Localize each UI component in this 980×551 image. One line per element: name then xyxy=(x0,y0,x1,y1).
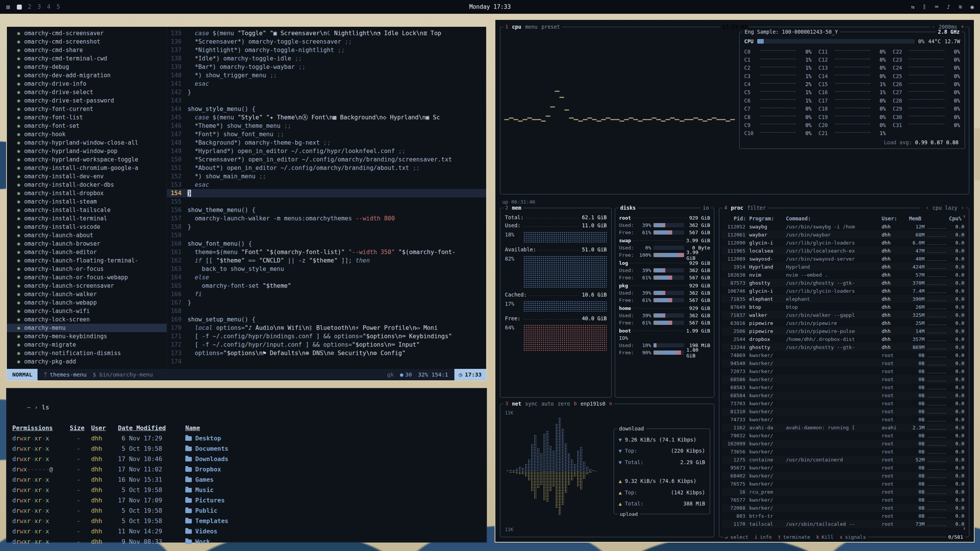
net-toggle-zero[interactable]: zero xyxy=(558,401,570,407)
workspace-5[interactable]: 5 xyxy=(57,3,60,10)
file-item[interactable]: ✱omarchy-install-vscode xyxy=(7,223,167,231)
file-item[interactable]: ✱omarchy-launch-editor xyxy=(7,248,167,256)
process-row[interactable]: 2544dropbox/home/dhh/.dropbox-distdhh357… xyxy=(722,335,966,343)
file-item[interactable]: ✱omarchy-drive-select xyxy=(7,88,167,96)
iface-prev-key[interactable]: b xyxy=(574,401,577,407)
code-line[interactable]: 150 *Screensaver*) open_in_editor ~/.con… xyxy=(167,155,486,164)
file-item[interactable]: ✱omarchy-install-tailscale xyxy=(7,206,167,214)
file-item[interactable]: ✱omarchy-install-dropbox xyxy=(7,189,167,197)
code-line[interactable]: 164 else xyxy=(167,273,486,282)
file-item[interactable]: ✱omarchy-pkg-add xyxy=(7,357,167,366)
file-name[interactable]: Desktop xyxy=(185,433,481,443)
power-icon[interactable]: ◉ xyxy=(970,3,974,10)
code-line[interactable]: 169show_setup_menu() { xyxy=(167,315,486,324)
code-line[interactable]: 142} xyxy=(167,88,486,96)
process-row[interactable]: 1162avahi-daavahi-daemon: running [avahi… xyxy=(722,424,966,432)
net-toggle-sync[interactable]: sync xyxy=(525,401,538,407)
file-item[interactable]: ✱omarchy-launch-browser xyxy=(7,240,167,248)
code-line[interactable]: 166 fi xyxy=(167,290,486,298)
process-row[interactable]: 112090glycin-i/usr/lib/glycin-loadersdhh… xyxy=(722,239,966,247)
code-line[interactable]: 139 *Bar*) omarchy-toggle-waybar ;; xyxy=(167,63,486,71)
sort-next-button[interactable]: › xyxy=(961,205,964,211)
process-row[interactable]: 12244ghostty/usr/bin/ghostty --gtk-dhh86… xyxy=(722,343,966,351)
code-line[interactable]: 144show_style_menu() { xyxy=(167,105,486,113)
process-row[interactable]: 74869kworker/root0B0.0 xyxy=(722,351,966,359)
proc-action-signals[interactable]: ssignals xyxy=(840,534,866,540)
scroll-down-icon[interactable]: ↓ xyxy=(963,525,966,531)
file-item[interactable]: ✱omarchy-font-set xyxy=(7,122,167,130)
process-row[interactable]: 112052swaybg/usr/bin/swaybg -i /homdhh12… xyxy=(722,223,966,231)
file-item[interactable]: ✱omarchy-dev-add-migration xyxy=(7,71,167,80)
file-item[interactable]: ✱omarchy-cmd-screenshot xyxy=(7,37,167,46)
file-item[interactable]: ✱omarchy-install-chromium-google-a xyxy=(7,164,167,172)
sort-prev-button[interactable]: ‹ xyxy=(926,205,929,211)
process-row[interactable]: 73703kworker/root0B0.0 xyxy=(722,399,966,408)
code-line[interactable]: 141 esac xyxy=(167,80,486,88)
code-line[interactable]: 156show_theme_menu() { xyxy=(167,206,486,214)
scroll-up-icon[interactable]: ↑ xyxy=(963,214,966,219)
code-line[interactable]: 165 omarchy-font-set "$theme" xyxy=(167,282,486,290)
file-name[interactable]: Public xyxy=(185,505,481,516)
code-line[interactable]: 140 *) show_trigger_menu ;; xyxy=(167,71,486,80)
code-buffer[interactable]: 135 case $(menu "Toggle" "▣ Screensaver\… xyxy=(167,27,486,369)
code-line[interactable]: 163 back_to show_style_menu xyxy=(167,265,486,273)
process-row[interactable]: 95673kworker/root0B0.0 xyxy=(722,464,966,472)
code-line[interactable]: 136 *Screensaver*) omarchy-toggle-screen… xyxy=(167,37,486,46)
keyboard-icon[interactable]: ⌨ xyxy=(935,3,938,10)
code-line[interactable]: 154} xyxy=(167,189,486,197)
launcher-icon[interactable]: ⊞ xyxy=(6,3,10,11)
code-line[interactable]: 149 *Hyprland*) open_in_editor ~/.config… xyxy=(167,147,486,155)
file-item[interactable]: ✱omarchy-cmd-screensaver xyxy=(7,29,167,37)
process-row[interactable]: 63816pipewire/usr/bin/pipewiredhh25M0.0 xyxy=(722,319,966,327)
file-item[interactable]: ✱omarchy-launch-floating-terminal- xyxy=(7,256,167,265)
code-line[interactable]: 174 xyxy=(167,357,486,366)
code-line[interactable]: 157 omarchy-launch-walker -m menus:omarc… xyxy=(167,214,486,223)
bluetooth-icon[interactable]: ᛒ xyxy=(923,3,926,10)
code-line[interactable]: 160show_font_menu() { xyxy=(167,240,486,248)
code-line[interactable]: 158} xyxy=(167,223,486,231)
code-line[interactable]: 172 [ -f ~/.config/hypr/input.conf ] && … xyxy=(167,341,486,349)
diagnostics[interactable]: ● 30 xyxy=(400,372,412,378)
code-line[interactable]: 143 xyxy=(167,96,486,105)
file-item[interactable]: ✱omarchy-notification-dismiss xyxy=(7,349,167,357)
code-line[interactable]: 155 xyxy=(167,197,486,206)
wifi-icon[interactable]: ≋ xyxy=(959,3,962,10)
file-name[interactable]: Templates xyxy=(185,516,481,526)
clock[interactable]: Monday 17:33 xyxy=(469,3,511,10)
proc-column-header[interactable]: User: xyxy=(882,215,903,222)
file-item[interactable]: ✱omarchy-migrate xyxy=(7,341,167,349)
code-line[interactable]: 151 *About*) open_in_editor ~/.config/om… xyxy=(167,164,486,172)
file-name[interactable]: Downloads xyxy=(185,454,481,464)
code-line[interactable]: 135 case $(menu "Toggle" "▣ Screensaver\… xyxy=(167,29,486,37)
process-row[interactable]: 87649btopbtopdhh26M0.0 xyxy=(722,303,966,311)
proc-action-kill[interactable]: kKill xyxy=(816,534,833,540)
file-name[interactable]: Dropbox xyxy=(185,464,481,474)
process-row[interactable]: 1914HyprlandHyprlanddhh424M0.0 xyxy=(722,263,966,271)
file-name[interactable]: Games xyxy=(185,474,481,485)
workspace-2[interactable]: 2 xyxy=(28,3,31,10)
file-item[interactable]: ✱omarchy-hyprland-workspace-toggle xyxy=(7,155,167,164)
file-item[interactable]: ✱omarchy-launch-or-focus-webapp xyxy=(7,273,167,282)
file-item[interactable]: ✱omarchy-install-docker-dbs xyxy=(7,181,167,189)
code-line[interactable]: 159 xyxy=(167,231,486,240)
file-item[interactable]: ✱omarchy-menu xyxy=(7,324,167,332)
btop-preset-button[interactable]: preset xyxy=(541,24,560,30)
code-line[interactable]: 170 local options="♪ Audio\n≋ Wifi\nᛒ Bl… xyxy=(167,324,486,332)
code-line[interactable]: 146 *Theme*) show_theme_menu ;; xyxy=(167,122,486,130)
workspace-3[interactable]: 3 xyxy=(38,3,41,10)
process-row[interactable]: 102099kworker/root0B0.0 xyxy=(722,440,966,448)
code-line[interactable]: 167} xyxy=(167,298,486,307)
code-line[interactable]: 161 theme=$(menu "Font" "$(omarchy-font-… xyxy=(167,248,486,256)
btop-menu-button[interactable]: menu xyxy=(525,24,538,30)
file-name[interactable]: Work xyxy=(185,536,481,547)
process-row[interactable]: 79032kworker/root0B0.0 xyxy=(722,432,966,440)
workspace-4[interactable]: 4 xyxy=(47,3,51,10)
file-item[interactable]: ✱omarchy-drive-set-password xyxy=(7,96,167,105)
file-item[interactable]: ✱omarchy-launch-walker xyxy=(7,290,167,298)
file-item[interactable]: ✱omarchy-hyprland-window-pop xyxy=(7,147,167,155)
process-row[interactable]: 112089swayosd-/usr/bin/swayosd-serverdhh… xyxy=(722,255,966,263)
code-line[interactable]: 168 xyxy=(167,307,486,315)
process-row[interactable]: 112061waybar/usr/bin/waybardhh68M0.0 xyxy=(722,231,966,239)
proc-action-terminate[interactable]: tterminate xyxy=(778,534,810,540)
process-row[interactable]: 72088kworker/root0B0.0 xyxy=(722,504,966,512)
